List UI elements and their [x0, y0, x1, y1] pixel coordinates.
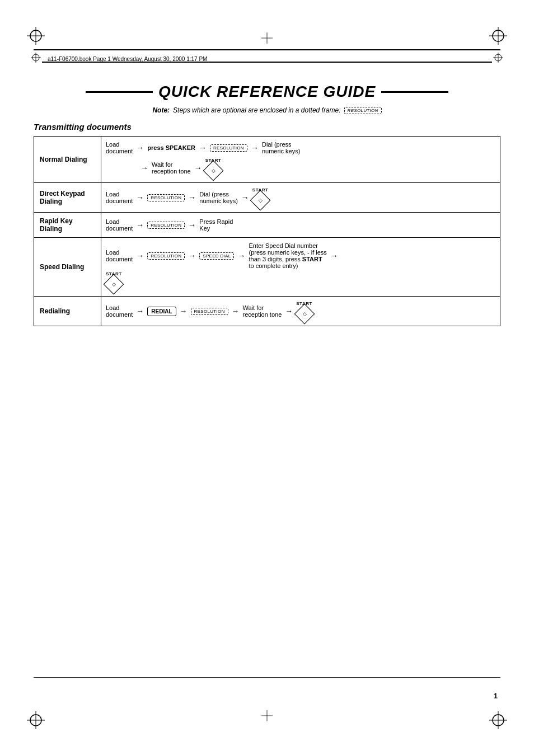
resolution-btn-5: RESOLUTION [191, 308, 228, 315]
corner-mark-br [489, 711, 507, 729]
table-row-rapid-key: Rapid Key Dialing Loaddocument → RESOLUT… [34, 213, 500, 238]
corner-mark-bl [27, 711, 45, 729]
diamond-inner-1: ◇ [212, 168, 216, 173]
resolution-btn-4: RESOLUTION [147, 252, 185, 260]
load-doc-1: Loaddocument [106, 141, 133, 154]
header-bottom-line [42, 62, 492, 63]
diamond-btn-1: ◇ [203, 161, 224, 181]
table-row-direct-keypad: Direct KeypadDialing Loaddocument → RESO… [34, 183, 500, 213]
dial-numeric-1: Dial (pressnumeric keys) [262, 141, 300, 154]
section-heading: Transmitting documents [34, 122, 500, 132]
label-rapid-key: Rapid Key Dialing [34, 213, 101, 238]
flow-row-2: → Wait forreception tone → START ◇ [106, 158, 495, 178]
flow-speed-dialing: Loaddocument → RESOLUTION → SPEED DIAL →… [101, 238, 500, 297]
diamond-wrapper-2: ◇ [253, 193, 268, 208]
flow-row-speed-2: START ◇ [106, 271, 495, 292]
dial-numeric-2: Dial (pressnumeric keys) [199, 191, 237, 204]
start-btn-1: START ◇ [205, 158, 222, 178]
arrow-rd-2: → [180, 307, 188, 316]
arrow-rk-1: → [136, 220, 144, 229]
flow-redialing: Loaddocument → REDIAL → RESOLUTION → Wai… [101, 297, 500, 326]
table-row-redialing: Redialing Loaddocument → REDIAL → RESOLU… [34, 297, 500, 326]
header-bar: a11-F06700.book Page 1 Wednesday, August… [42, 51, 492, 65]
arrow-2: → [199, 143, 207, 152]
resolution-btn-3: RESOLUTION [147, 222, 185, 229]
press-rapid-key: Press RapidKey [199, 218, 233, 232]
arrow-rd-3: → [232, 307, 240, 316]
wait-reception-1: Wait forreception tone [152, 161, 191, 175]
diamond-inner-4: ◇ [302, 311, 306, 317]
wait-reception-2: Wait forreception tone [243, 304, 282, 318]
flow-row-rapid: Loaddocument → RESOLUTION → Press RapidK… [106, 218, 495, 232]
note-label: Note: [152, 106, 170, 114]
diamond-wrapper-1: ◇ [206, 163, 221, 178]
top-border [34, 49, 500, 50]
arrow-5: → [194, 163, 202, 172]
start-btn-4: START ◇ [296, 301, 312, 321]
arrow-1: → [136, 143, 144, 152]
label-speed-dialing: Speed Dialing [34, 238, 101, 297]
press-speaker: press SPEAKER [147, 144, 195, 151]
title-line-right [381, 91, 448, 93]
flow-row-speed: Loaddocument → RESOLUTION → SPEED DIAL →… [106, 242, 495, 269]
table-row-normal-dialing: Normal Dialing Loaddocument → press SPEA… [34, 137, 500, 183]
top-center-mark [261, 32, 273, 46]
arrow-rd-1: → [136, 307, 144, 316]
arrow-sd-4: → [330, 251, 338, 260]
page-number: 1 [494, 692, 498, 700]
note-text: Steps which are optional are enclosed in… [173, 106, 341, 114]
arrow-sd-2: → [188, 251, 196, 260]
flow-normal-dialing: Loaddocument → press SPEAKER → RESOLUTIO… [101, 137, 500, 183]
page-title: QUICK REFERENCE GUIDE [34, 83, 500, 101]
arrow-rd-4: → [285, 307, 293, 316]
note-line: Note: Steps which are optional are enclo… [34, 106, 500, 114]
title-text: QUICK REFERENCE GUIDE [158, 83, 376, 101]
flow-rapid-key: Loaddocument → RESOLUTION → Press RapidK… [101, 213, 500, 238]
diamond-btn-3: ◇ [104, 274, 124, 295]
resolution-btn-1: RESOLUTION [210, 144, 247, 152]
arrow-sd-1: → [136, 251, 144, 260]
arrow-4: → [140, 163, 148, 172]
speed-dial-btn: SPEED DIAL [199, 252, 234, 260]
start-btn-3: START ◇ [106, 271, 122, 292]
arrow-dk-2: → [188, 193, 196, 202]
load-doc-4: Loaddocument [106, 249, 133, 262]
label-redialing: Redialing [34, 297, 101, 326]
bottom-center-mark [261, 710, 273, 724]
load-doc-2: Loaddocument [106, 191, 133, 204]
flow-row-redial: Loaddocument → REDIAL → RESOLUTION → Wai… [106, 301, 495, 321]
load-doc-3: Loaddocument [106, 218, 133, 232]
main-content: QUICK REFERENCE GUIDE Note: Steps which … [34, 73, 500, 326]
bottom-border [34, 677, 500, 678]
redial-btn: REDIAL [147, 307, 176, 316]
arrow-sd-3: → [237, 251, 245, 260]
diamond-btn-2: ◇ [250, 190, 271, 211]
corner-mark-tl [27, 27, 45, 45]
corner-mark-tr [489, 27, 507, 45]
note-resolution-btn: RESOLUTION [344, 107, 382, 114]
start-btn-2: START ◇ [252, 187, 269, 208]
arrow-3: → [251, 143, 259, 152]
diamond-wrapper-3: ◇ [106, 277, 121, 292]
arrow-dk-3: → [241, 193, 249, 202]
flow-row-direct: Loaddocument → RESOLUTION → Dial (pressn… [106, 187, 495, 208]
diamond-inner-3: ◇ [112, 281, 116, 287]
label-normal-dialing: Normal Dialing [34, 137, 101, 183]
load-doc-5: Loaddocument [106, 304, 133, 318]
resolution-btn-2: RESOLUTION [147, 194, 185, 201]
arrow-rk-2: → [188, 220, 196, 229]
table-row-speed-dialing: Speed Dialing Loaddocument → RESOLUTION … [34, 238, 500, 297]
diamond-wrapper-4: ◇ [297, 307, 312, 321]
enter-speed-dial: Enter Speed Dial number(press numeric ke… [249, 242, 326, 269]
title-line-left [86, 91, 153, 93]
diamond-btn-4: ◇ [294, 304, 315, 325]
label-direct-keypad: Direct KeypadDialing [34, 183, 101, 213]
reference-table: Normal Dialing Loaddocument → press SPEA… [34, 136, 500, 326]
flow-row-1: Loaddocument → press SPEAKER → RESOLUTIO… [106, 141, 495, 154]
diamond-inner-2: ◇ [259, 198, 263, 203]
flow-direct-keypad: Loaddocument → RESOLUTION → Dial (pressn… [101, 183, 500, 213]
arrow-dk-1: → [136, 193, 144, 202]
